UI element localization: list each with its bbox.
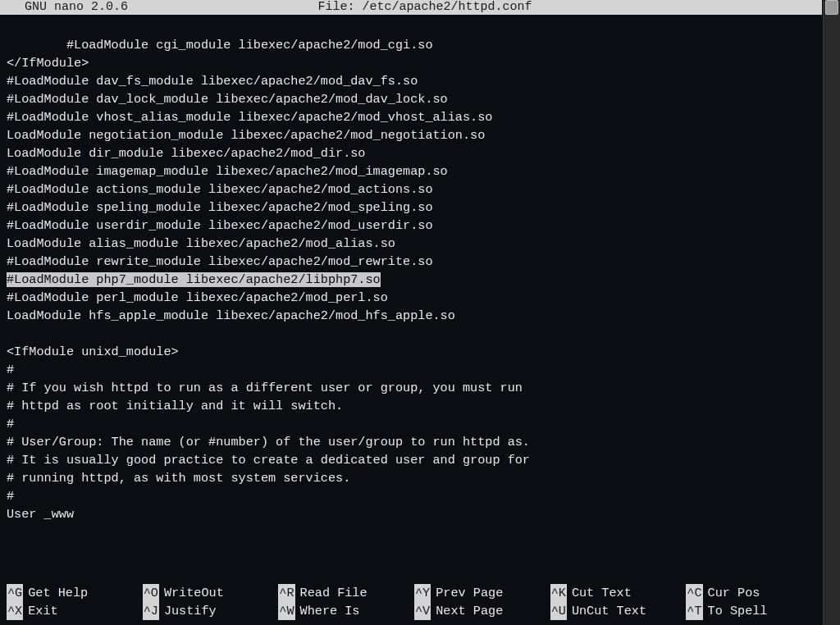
code-line[interactable] [7,325,822,343]
shortcut-label: UnCut Text [572,602,646,620]
shortcut-label: Cut Text [572,584,632,602]
shortcut-label: Get Help [28,584,88,602]
shortcut-label: Where Is [300,602,360,620]
code-line[interactable]: #LoadModule vhost_alias_module libexec/a… [7,108,822,126]
shortcut-key: ^J [143,602,159,620]
shortcut-label: Cur Pos [708,584,760,602]
code-line[interactable]: User _www [7,505,822,523]
shortcut-key: ^O [143,584,159,602]
shortcut-key: ^K [550,584,567,602]
code-line[interactable]: <IfModule unixd_module> [7,343,822,361]
scroll-thumb[interactable] [825,0,838,15]
shortcut-label: Next Page [436,602,503,620]
code-line[interactable]: LoadModule hfs_apple_module libexec/apac… [7,307,822,325]
shortcut-justify[interactable]: ^JJustify [143,602,279,620]
shortcut-label: Justify [164,602,217,620]
code-line[interactable]: LoadModule dir_module libexec/apache2/mo… [7,144,822,162]
shortcut-where-is[interactable]: ^WWhere Is [278,602,414,620]
terminal-window: GNU nano 2.0.6 File: /etc/apache2/httpd.… [0,0,822,623]
code-line[interactable]: # [7,487,822,505]
code-line[interactable]: #LoadModule php7_module libexec/apache2/… [7,271,822,289]
shortcut-bar: ^GGet Help^OWriteOut^RRead File^YPrev Pa… [7,584,822,620]
code-line[interactable]: #LoadModule actions_module libexec/apach… [7,180,822,198]
code-line[interactable]: #LoadModule rewrite_module libexec/apach… [7,253,822,271]
code-line[interactable]: #LoadModule speling_module libexec/apach… [7,198,822,217]
scrollbar[interactable] [823,0,840,625]
editor-area[interactable]: #LoadModule cgi_module libexec/apache2/m… [0,15,822,523]
shortcut-exit[interactable]: ^XExit [7,602,143,620]
code-line[interactable]: #LoadModule dav_fs_module libexec/apache… [7,72,822,90]
shortcut-label: To Spell [708,602,768,620]
shortcut-key: ^Y [414,584,431,602]
code-line[interactable]: LoadModule negotiation_module libexec/ap… [7,126,822,144]
code-line[interactable]: # [7,361,822,379]
code-line[interactable]: # httpd as root initially and it will sw… [7,397,822,415]
shortcut-label: Exit [28,602,57,620]
file-path: File: /etc/apache2/httpd.conf [128,0,820,15]
nano-titlebar: GNU nano 2.0.6 File: /etc/apache2/httpd.… [0,0,822,15]
shortcut-key: ^T [686,602,702,620]
nano-version: GNU nano 2.0.6 [2,0,128,15]
code-line[interactable]: #LoadModule userdir_module libexec/apach… [7,217,822,235]
shortcut-get-help[interactable]: ^GGet Help [7,584,143,602]
code-line[interactable]: #LoadModule imagemap_module libexec/apac… [7,162,822,180]
shortcut-next-page[interactable]: ^VNext Page [414,602,550,620]
code-line[interactable]: # [7,415,822,433]
shortcut-cut-text[interactable]: ^KCut Text [550,584,687,602]
shortcut-label: WriteOut [164,584,224,602]
code-line[interactable]: #LoadModule cgi_module libexec/apache2/m… [7,36,822,54]
shortcut-key: ^C [686,584,702,602]
shortcut-to-spell[interactable]: ^TTo Spell [686,602,822,620]
code-line[interactable]: </IfModule> [7,54,822,72]
code-line[interactable] [7,18,822,36]
shortcut-label: Prev Page [436,584,503,602]
shortcut-key: ^U [550,602,567,620]
shortcut-read-file[interactable]: ^RRead File [278,584,414,602]
code-line[interactable]: # If you wish httpd to run as a differen… [7,379,822,397]
code-line[interactable]: # User/Group: The name (or #number) of t… [7,433,822,451]
code-line[interactable]: LoadModule alias_module libexec/apache2/… [7,235,822,253]
code-line[interactable]: #LoadModule perl_module libexec/apache2/… [7,289,822,307]
shortcut-cur-pos[interactable]: ^CCur Pos [686,584,822,602]
highlighted-line[interactable]: #LoadModule php7_module libexec/apache2/… [7,272,381,287]
shortcut-key: ^X [7,602,23,620]
shortcut-writeout[interactable]: ^OWriteOut [143,584,279,602]
shortcut-key: ^V [414,602,431,620]
code-line[interactable]: # It is usually good practice to create … [7,451,822,469]
shortcut-key: ^G [7,584,23,602]
shortcut-prev-page[interactable]: ^YPrev Page [414,584,550,602]
code-line[interactable]: # running httpd, as with most system ser… [7,469,822,487]
shortcut-uncut-text[interactable]: ^UUnCut Text [550,602,687,620]
shortcut-label: Read File [300,584,368,602]
shortcut-key: ^R [278,584,294,602]
shortcut-key: ^W [278,602,294,620]
code-line[interactable]: #LoadModule dav_lock_module libexec/apac… [7,90,822,108]
